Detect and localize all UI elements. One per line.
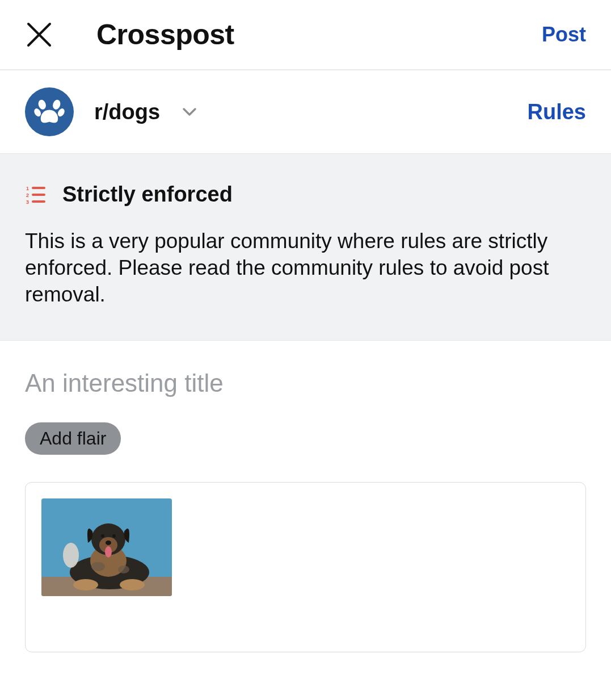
rules-notice: 1 2 3 Strictly enforced This is a very p… xyxy=(0,153,611,341)
svg-point-17 xyxy=(73,579,98,590)
svg-text:2: 2 xyxy=(26,192,29,198)
community-name: r/dogs xyxy=(94,100,160,124)
svg-text:3: 3 xyxy=(26,199,29,205)
community-avatar xyxy=(25,87,74,136)
content-area: Add flair xyxy=(0,341,611,652)
page-title: Crosspost xyxy=(96,18,234,51)
rules-button[interactable]: Rules xyxy=(528,100,586,124)
svg-point-24 xyxy=(101,534,104,538)
svg-point-22 xyxy=(106,540,111,545)
svg-point-25 xyxy=(112,534,116,538)
close-icon xyxy=(25,20,53,49)
svg-point-2 xyxy=(37,99,47,110)
svg-point-28 xyxy=(63,543,79,568)
paw-icon xyxy=(33,95,66,128)
post-button[interactable]: Post xyxy=(542,23,586,47)
svg-rect-11 xyxy=(32,200,45,203)
header-left: Crosspost xyxy=(25,18,234,51)
community-selector[interactable]: r/dogs xyxy=(25,87,199,136)
preview-thumbnail xyxy=(41,498,172,596)
add-flair-button[interactable]: Add flair xyxy=(25,422,121,455)
notice-title: Strictly enforced xyxy=(62,182,233,207)
svg-point-3 xyxy=(52,99,62,110)
community-row: r/dogs Rules xyxy=(0,70,611,153)
notice-body: This is a very popular community where r… xyxy=(25,228,586,308)
header: Crosspost Post xyxy=(0,0,611,70)
notice-header: 1 2 3 Strictly enforced xyxy=(25,182,586,207)
close-button[interactable] xyxy=(25,20,53,49)
svg-point-18 xyxy=(120,579,145,590)
svg-rect-10 xyxy=(32,194,45,196)
svg-text:1: 1 xyxy=(26,186,29,191)
crosspost-preview-card[interactable] xyxy=(25,482,586,652)
svg-point-4 xyxy=(33,107,42,118)
svg-rect-9 xyxy=(32,187,45,189)
dog-photo-icon xyxy=(41,498,172,596)
svg-point-26 xyxy=(91,562,105,571)
chevron-down-icon xyxy=(180,103,199,121)
svg-point-23 xyxy=(105,546,112,558)
title-input[interactable] xyxy=(25,369,586,397)
numbered-list-icon: 1 2 3 xyxy=(25,184,47,206)
svg-point-27 xyxy=(118,565,129,573)
svg-point-5 xyxy=(57,107,66,118)
